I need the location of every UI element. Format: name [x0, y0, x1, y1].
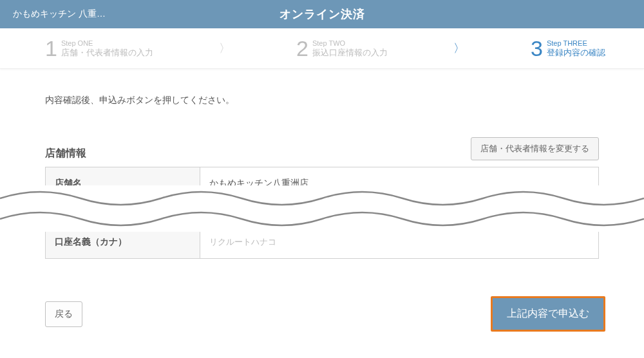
step-1-number: 1	[45, 37, 57, 59]
step-3: 3 Step THREE 登録内容の確認	[531, 37, 605, 59]
back-button[interactable]: 戻る	[45, 301, 82, 327]
step-bar: 1 Step ONE 店舗・代表者情報の入力 〉 2 Step TWO 振込口座…	[0, 28, 644, 69]
header-title: オンライン決済	[279, 6, 365, 22]
step-2: 2 Step TWO 振込口座情報の入力	[296, 37, 388, 59]
section-store-title: 店舗情報	[45, 147, 86, 160]
header-shop-name: かもめキッチン 八重…	[13, 8, 106, 20]
truncation-indicator	[0, 185, 644, 232]
submit-button[interactable]: 上記内容で申込む	[491, 296, 605, 332]
step-1-label: 店舗・代表者情報の入力	[61, 48, 153, 58]
app-header: かもめキッチン 八重… オンライン決済	[0, 0, 644, 28]
step-3-small: Step THREE	[547, 39, 605, 48]
step-3-number: 3	[531, 37, 543, 59]
step-2-label: 振込口座情報の入力	[312, 48, 388, 58]
edit-store-info-button[interactable]: 店舗・代表者情報を変更する	[471, 137, 599, 160]
step-2-number: 2	[296, 37, 308, 59]
instruction-text: 内容確認後、申込みボタンを押してください。	[45, 95, 599, 106]
step-1: 1 Step ONE 店舗・代表者情報の入力	[45, 37, 153, 59]
step-2-small: Step TWO	[312, 39, 388, 48]
step-3-label: 登録内容の確認	[547, 48, 605, 58]
step-1-small: Step ONE	[61, 39, 153, 48]
chevron-right-icon: 〉	[219, 41, 231, 56]
chevron-right-icon: 〉	[453, 41, 465, 56]
